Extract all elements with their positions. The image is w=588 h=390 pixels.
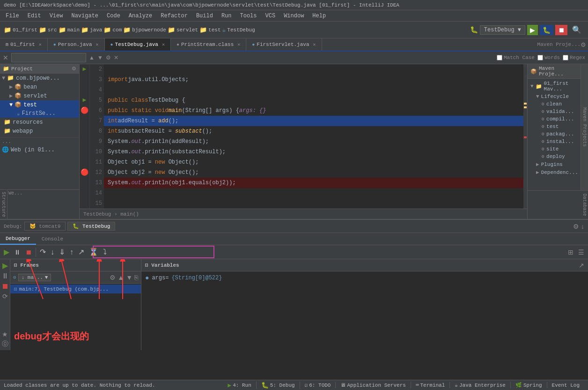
tree-web[interactable]: 🌐 Web (in 01... [0, 145, 79, 154]
run-fav2[interactable]: ⓪ [2, 340, 8, 348]
run-resume[interactable]: ▶ [2, 261, 8, 270]
status-debug[interactable]: 🐛 5: Debug [257, 382, 300, 389]
regex-checkbox[interactable] [563, 55, 568, 60]
tree-servlet[interactable]: ▶ 📦 servlet [0, 91, 79, 100]
close-tab-firstservlet[interactable]: ✕ [313, 42, 316, 47]
menu-code[interactable]: Code [103, 12, 124, 20]
maven-item-compile[interactable]: ⚙ compil... [528, 115, 581, 123]
maven-item-lifecycle[interactable]: ▼ Lifecycle [528, 93, 581, 100]
debug-restore-btn[interactable]: ↓ [581, 223, 584, 230]
step-over-btn[interactable]: ↷ [38, 247, 48, 257]
maven-item-install[interactable]: ⚙ instal... [528, 138, 581, 145]
toolbar-folder-src[interactable]: 📁 [39, 26, 46, 34]
menu-analyze[interactable]: Analyze [125, 12, 156, 20]
tree-bean[interactable]: ▶ 📦 bean [0, 82, 79, 91]
menu-file[interactable]: File [2, 12, 23, 20]
close-tab-testdebug[interactable]: ✕ [162, 42, 165, 47]
project-settings[interactable]: ⚙ [72, 66, 76, 72]
status-todo[interactable]: ☑ 6: TODO [300, 382, 336, 388]
force-step-into-btn[interactable]: ⇓ [57, 247, 67, 257]
menu-window[interactable]: Window [280, 12, 308, 20]
words-checkbox[interactable] [537, 55, 543, 60]
run-to-cursor-btn[interactable]: ↗ [76, 247, 86, 257]
words-option[interactable]: Words [537, 55, 560, 60]
toolbar-folder-test[interactable]: 📁 [199, 26, 207, 34]
toolbar-folder-java[interactable]: 📁 [81, 26, 88, 34]
menu-refactor[interactable]: Refactor [157, 12, 191, 20]
toolbar-folder-01first[interactable]: 📁 [4, 26, 11, 34]
find-input[interactable] [11, 53, 86, 62]
menu-build[interactable]: Build [192, 12, 217, 20]
maven-item-site[interactable]: ⚙ site [528, 145, 581, 153]
toolbar-folder-com[interactable]: 📁 [103, 26, 111, 34]
maven-item-clean[interactable]: ⚙ clean [528, 100, 581, 108]
match-case-option[interactable]: Match Case [497, 55, 535, 60]
status-app-servers[interactable]: 🖥 Application Servers [336, 382, 411, 388]
maven-item-test[interactable]: ⚙ test [528, 123, 581, 130]
regex-option[interactable]: Regex [563, 55, 585, 60]
run-restart[interactable]: ⟳ [2, 292, 8, 300]
menu-tools[interactable]: Tools [236, 12, 261, 20]
vars-restore[interactable]: ↗ [579, 262, 584, 269]
stop-button[interactable]: ⏹ [555, 25, 567, 35]
status-event-log[interactable]: Event Log [547, 382, 584, 388]
settings-icon[interactable]: ⚙ [581, 41, 586, 48]
threads-btn[interactable]: ☰ [576, 248, 586, 257]
stop-debug-btn[interactable]: ⏹ [23, 248, 34, 257]
database-vert-label[interactable]: Database [528, 190, 588, 219]
find-prev[interactable]: ▲ [89, 54, 95, 61]
toolbar-folder-main[interactable]: 📁 [59, 26, 66, 34]
maven-item-01first[interactable]: ▼ 📁 01_first Mav... [528, 80, 581, 93]
debugger-tab[interactable]: Debugger [0, 233, 36, 245]
run-fav1[interactable]: ★ [2, 330, 8, 338]
tab-person-java[interactable]: ● Person.java ✕ [48, 38, 105, 51]
evaluate-btn[interactable]: ⌛ [87, 247, 100, 257]
find-x[interactable]: ✕ [114, 54, 118, 61]
status-java-enterprise[interactable]: ☕ Java Enterprise [450, 382, 511, 388]
toolbar-folder-testdebug[interactable]: ☕ [222, 26, 226, 34]
find-next[interactable]: ▼ [97, 54, 103, 61]
toolbar-folder-servlet[interactable]: 📁 [168, 26, 175, 34]
tree-root[interactable]: ▼ 📁 com.bjpowe... [0, 74, 79, 82]
search-everywhere-button[interactable]: 🔍 [569, 24, 584, 36]
run-pause2[interactable]: ⏸ [1, 272, 9, 280]
trace-btn[interactable]: ⤵ [101, 247, 109, 257]
maven-item-dependencies[interactable]: ▶ Dependenc... [528, 168, 581, 176]
console-tab[interactable]: Console [36, 233, 69, 245]
close-tab-01first[interactable]: ✕ [39, 42, 42, 47]
maven-item-deploy[interactable]: ⚙ deploy [528, 153, 581, 160]
step-out-btn[interactable]: ↑ [68, 247, 75, 257]
find-filter[interactable]: ⚙ [106, 54, 111, 61]
resume-btn[interactable]: ▶ [2, 247, 11, 257]
maven-item-validate[interactable]: ⚙ valida... [528, 108, 581, 115]
tree-firstservlet[interactable]: ☕ FirstSe... [0, 109, 79, 118]
menu-navigate[interactable]: Navigate [67, 12, 102, 20]
maven-item-package[interactable]: ⚙ packag... [528, 130, 581, 138]
run-stop2[interactable]: ⏹ [1, 282, 9, 291]
close-tab-person[interactable]: ✕ [96, 42, 99, 47]
step-into-btn[interactable]: ↓ [49, 247, 56, 257]
menu-vcs[interactable]: VCS [262, 12, 279, 20]
debug-tab-testdebug[interactable]: 🐛 TestDebug [67, 222, 115, 231]
find-close[interactable]: ✕ [3, 54, 8, 61]
status-run[interactable]: ▶ 4: Run [223, 382, 256, 389]
match-case-checkbox[interactable] [497, 55, 502, 60]
tab-printstream-class[interactable]: ● PrintStream.class ✕ [171, 38, 246, 51]
restore-btn[interactable]: ⊞ [566, 248, 575, 257]
tab-01first[interactable]: m 01_first ✕ [0, 38, 48, 51]
menu-run[interactable]: Run [218, 12, 235, 20]
debug-tab-tomcat9[interactable]: 🐱 tomcat9 [24, 222, 66, 231]
tab-testdebug-java[interactable]: ● TestDebug.java ✕ [105, 38, 171, 51]
tab-firstservlet-java[interactable]: ● FirstServlet.java ✕ [246, 38, 322, 51]
toolbar-folder-bjpowernode[interactable]: 📁 [123, 26, 131, 34]
menu-view[interactable]: View [46, 12, 67, 20]
debug-settings-btn[interactable]: ⚙ [573, 223, 579, 230]
status-spring[interactable]: 🌿 Spring [511, 382, 547, 388]
debug-button[interactable]: 🐛 [540, 25, 553, 35]
pause-btn[interactable]: ⏸ [12, 248, 22, 257]
tree-test[interactable]: ▼ 📦 test [0, 100, 79, 109]
tree-webapp[interactable]: 📁 webapp [0, 127, 79, 135]
run-button[interactable]: ▶ [527, 25, 538, 35]
close-tab-printstream[interactable]: ✕ [237, 42, 240, 47]
status-terminal[interactable]: ⌨ Terminal [411, 382, 450, 388]
